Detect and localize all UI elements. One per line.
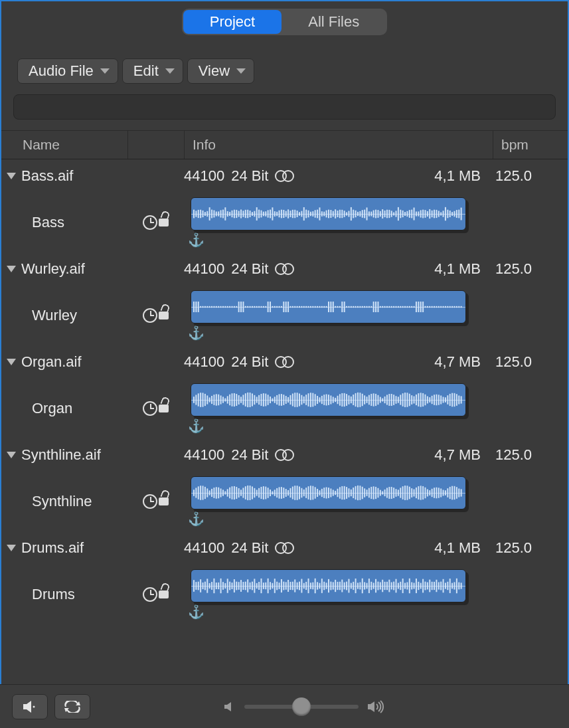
region-row[interactable]: Synthline ⚓ bbox=[1, 472, 568, 531]
speaker-high-icon bbox=[366, 700, 385, 713]
file-name: Drums.aif bbox=[21, 539, 84, 557]
chevron-down-icon bbox=[165, 68, 175, 74]
region-name-cell: Organ bbox=[1, 400, 127, 417]
speaker-preview-button[interactable] bbox=[12, 694, 48, 719]
clock-icon bbox=[143, 494, 157, 509]
region-row[interactable]: Organ ⚓ bbox=[1, 379, 568, 438]
svg-point-600 bbox=[33, 705, 35, 707]
file-size: 4,7 MB bbox=[434, 353, 493, 371]
region-status-cell bbox=[127, 215, 184, 230]
disclosure-triangle-icon[interactable] bbox=[7, 545, 16, 551]
file-row[interactable]: Drums.aif 44100 24 Bit 4,1 MB 125.0 bbox=[1, 531, 568, 565]
waveform-region[interactable] bbox=[191, 476, 466, 509]
region-status-cell bbox=[127, 494, 184, 509]
waveform-cell: ⚓ bbox=[184, 383, 493, 434]
region-row[interactable]: Drums ⚓ bbox=[1, 565, 568, 624]
waveform-cell: ⚓ bbox=[184, 197, 493, 248]
sample-rate: 44100 bbox=[184, 260, 224, 278]
region-name-cell: Bass bbox=[1, 214, 127, 231]
region-name: Organ bbox=[32, 400, 72, 417]
file-size: 4,1 MB bbox=[434, 539, 493, 557]
sample-rate: 44100 bbox=[184, 167, 224, 185]
menu-row: Audio File Edit View bbox=[1, 39, 568, 90]
unlock-icon bbox=[159, 591, 169, 598]
sample-rate: 44100 bbox=[184, 539, 224, 557]
region-name-cell: Drums bbox=[1, 586, 127, 603]
volume-slider[interactable] bbox=[223, 700, 385, 713]
disclosure-triangle-icon[interactable] bbox=[7, 173, 16, 179]
filter-bar[interactable] bbox=[13, 94, 556, 120]
menu-label: Edit bbox=[133, 62, 159, 80]
file-bpm: 125.0 bbox=[493, 353, 556, 371]
menu-label: Audio File bbox=[29, 62, 94, 80]
region-name: Bass bbox=[32, 214, 64, 231]
stereo-icon bbox=[275, 356, 294, 368]
file-info-cell: 44100 24 Bit 4,1 MB bbox=[184, 260, 493, 278]
menu-label: View bbox=[199, 62, 230, 80]
file-name-cell: Synthline.aif bbox=[1, 446, 127, 464]
file-name: Wurley.aif bbox=[21, 260, 85, 278]
tab-project[interactable]: Project bbox=[183, 10, 282, 34]
speaker-icon bbox=[22, 700, 38, 713]
disclosure-triangle-icon[interactable] bbox=[7, 359, 16, 365]
file-name-cell: Drums.aif bbox=[1, 539, 127, 557]
region-name: Wurley bbox=[32, 307, 77, 324]
region-name: Drums bbox=[32, 586, 75, 603]
clock-icon bbox=[143, 587, 157, 602]
file-bpm: 125.0 bbox=[493, 260, 556, 278]
waveform-region[interactable] bbox=[191, 383, 466, 416]
chevron-down-icon bbox=[236, 68, 246, 74]
column-info[interactable]: Info bbox=[184, 131, 493, 159]
file-row[interactable]: Wurley.aif 44100 24 Bit 4,1 MB 125.0 bbox=[1, 252, 568, 286]
slider-track[interactable] bbox=[244, 705, 359, 709]
file-list: Bass.aif 44100 24 Bit 4,1 MB 125.0 Bass bbox=[1, 159, 568, 624]
chevron-down-icon bbox=[100, 68, 110, 74]
waveform-region[interactable] bbox=[191, 569, 466, 602]
column-name[interactable]: Name bbox=[1, 131, 127, 159]
file-info-cell: 44100 24 Bit 4,7 MB bbox=[184, 353, 493, 371]
speaker-low-icon bbox=[223, 701, 236, 713]
file-bpm: 125.0 bbox=[493, 167, 556, 185]
region-row[interactable]: Wurley ⚓ bbox=[1, 286, 568, 345]
slider-thumb[interactable] bbox=[292, 697, 311, 716]
disclosure-triangle-icon[interactable] bbox=[7, 266, 16, 272]
waveform-cell: ⚓ bbox=[184, 569, 493, 620]
file-info-cell: 44100 24 Bit 4,7 MB bbox=[184, 446, 493, 464]
loop-button[interactable] bbox=[54, 694, 90, 719]
column-bpm[interactable]: bpm bbox=[493, 131, 556, 159]
waveform-region[interactable] bbox=[191, 290, 466, 323]
region-row[interactable]: Bass ⚓ bbox=[1, 193, 568, 252]
file-info-cell: 44100 24 Bit 4,1 MB bbox=[184, 167, 493, 185]
region-name: Synthline bbox=[32, 493, 92, 510]
tab-all-files[interactable]: All Files bbox=[282, 10, 386, 34]
anchor-icon: ⚓ bbox=[188, 325, 476, 341]
menu-edit[interactable]: Edit bbox=[122, 58, 183, 84]
file-row[interactable]: Synthline.aif 44100 24 Bit 4,7 MB 125.0 bbox=[1, 438, 568, 472]
file-row[interactable]: Organ.aif 44100 24 Bit 4,7 MB 125.0 bbox=[1, 345, 568, 379]
waveform-cell: ⚓ bbox=[184, 476, 493, 527]
menu-audio-file[interactable]: Audio File bbox=[17, 58, 118, 84]
region-name-cell: Wurley bbox=[1, 307, 127, 324]
file-name: Organ.aif bbox=[21, 353, 82, 371]
file-size: 4,7 MB bbox=[434, 446, 493, 464]
column-headers: Name Info bpm bbox=[1, 130, 568, 159]
file-name: Synthline.aif bbox=[21, 446, 101, 464]
waveform-region[interactable] bbox=[191, 197, 466, 230]
unlock-icon bbox=[159, 219, 169, 227]
column-status[interactable] bbox=[127, 131, 184, 159]
file-info-cell: 44100 24 Bit 4,1 MB bbox=[184, 539, 493, 557]
bit-depth: 24 Bit bbox=[231, 353, 268, 371]
file-bpm: 125.0 bbox=[493, 539, 556, 557]
bit-depth: 24 Bit bbox=[231, 167, 268, 185]
disclosure-triangle-icon[interactable] bbox=[7, 452, 16, 458]
menu-view[interactable]: View bbox=[187, 58, 254, 84]
file-row[interactable]: Bass.aif 44100 24 Bit 4,1 MB 125.0 bbox=[1, 159, 568, 193]
bit-depth: 24 Bit bbox=[231, 260, 268, 278]
region-status-cell bbox=[127, 587, 184, 602]
footer-bar bbox=[0, 684, 569, 728]
unlock-icon bbox=[159, 405, 169, 412]
stereo-icon bbox=[275, 542, 294, 554]
anchor-icon: ⚓ bbox=[188, 604, 476, 620]
waveform-cell: ⚓ bbox=[184, 290, 493, 341]
clock-icon bbox=[143, 308, 157, 323]
